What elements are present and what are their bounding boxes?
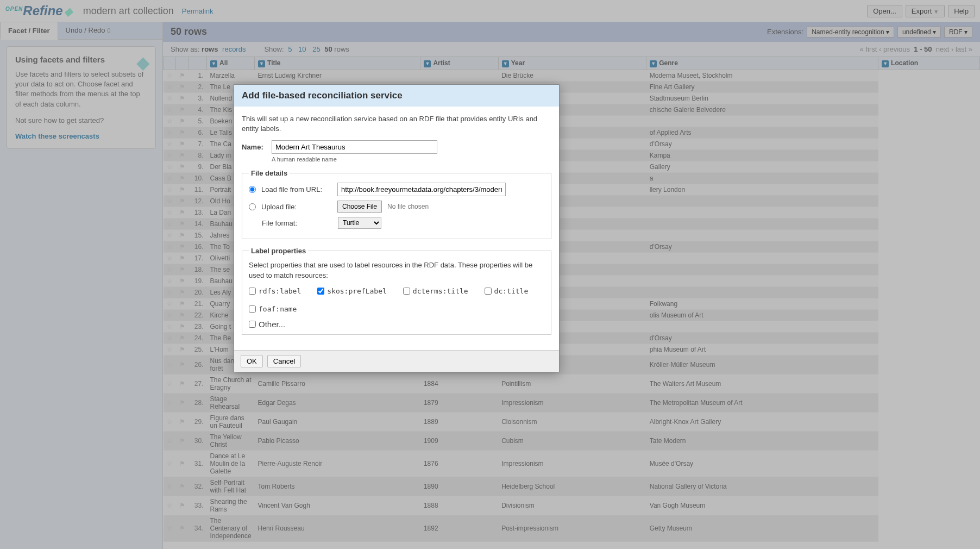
- dialog-title: Add file-based reconciliation service: [234, 85, 559, 107]
- dialog-intro: This will set up a new reconciliation se…: [242, 114, 551, 134]
- prop-dc-label[interactable]: dc:title: [485, 287, 529, 295]
- no-file-label: No file chosen: [387, 203, 429, 210]
- choose-file-button[interactable]: Choose File: [337, 201, 382, 213]
- ok-button[interactable]: OK: [241, 355, 263, 367]
- label-props-fieldset: Label properties Select properties that …: [242, 247, 551, 334]
- label-legend: Label properties: [249, 247, 308, 255]
- upload-label: Upload file:: [261, 203, 332, 211]
- prop-skos-label[interactable]: skos:prefLabel: [317, 287, 387, 295]
- label-intro: Select properties that are used to label…: [249, 260, 544, 280]
- prop-other-label[interactable]: Other...: [249, 320, 544, 329]
- name-input[interactable]: [272, 140, 437, 154]
- name-hint: A human readable name: [272, 156, 551, 163]
- name-label: Name:: [242, 143, 272, 151]
- prop-dcterms-checkbox[interactable]: [403, 288, 410, 295]
- load-url-radio[interactable]: [249, 186, 256, 193]
- file-legend: File details: [249, 169, 290, 177]
- prop-other-checkbox[interactable]: [249, 321, 256, 328]
- url-input[interactable]: [337, 183, 506, 196]
- prop-dcterms-label[interactable]: dcterms:title: [403, 287, 468, 295]
- prop-foaf-label[interactable]: foaf:name: [249, 305, 297, 313]
- prop-rdfs-label[interactable]: rdfs:label: [249, 287, 301, 295]
- reconcile-dialog: Add file-based reconciliation service Th…: [234, 84, 560, 372]
- format-label: File format:: [262, 219, 332, 227]
- prop-rdfs-checkbox[interactable]: [249, 288, 256, 295]
- cancel-button[interactable]: Cancel: [267, 355, 301, 367]
- load-url-label: Load file from URL:: [261, 185, 332, 194]
- upload-radio[interactable]: [249, 203, 256, 210]
- prop-dc-checkbox[interactable]: [485, 288, 492, 295]
- prop-skos-checkbox[interactable]: [317, 288, 324, 295]
- format-select[interactable]: Turtle: [338, 217, 381, 229]
- file-details-fieldset: File details Load file from URL: Upload …: [242, 169, 551, 239]
- prop-foaf-checkbox[interactable]: [249, 305, 256, 313]
